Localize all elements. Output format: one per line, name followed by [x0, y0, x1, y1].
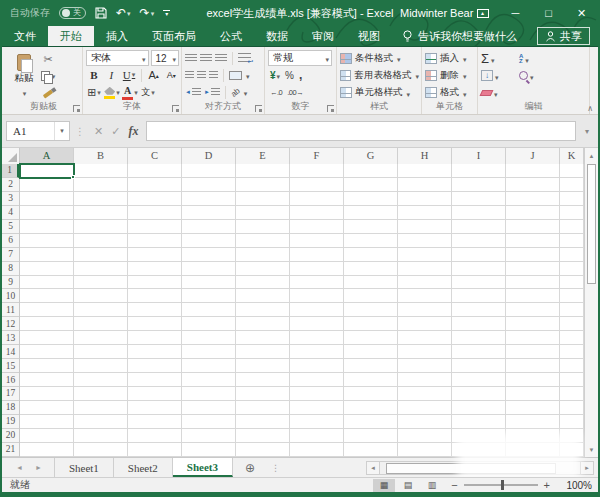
- cell-J4[interactable]: [506, 206, 560, 220]
- accounting-format-button[interactable]: ¥: [270, 69, 280, 81]
- delete-cells-button[interactable]: 删除: [425, 67, 475, 83]
- cell-C11[interactable]: [128, 303, 182, 317]
- cell-E16[interactable]: [236, 373, 290, 387]
- cell-I3[interactable]: [452, 192, 506, 206]
- cell-A5[interactable]: [20, 220, 74, 234]
- cell-G13[interactable]: [344, 331, 398, 345]
- cell-A6[interactable]: [20, 234, 74, 248]
- horizontal-scroll-track[interactable]: [380, 461, 580, 475]
- cell-C16[interactable]: [128, 373, 182, 387]
- cell-G9[interactable]: [344, 276, 398, 290]
- cell-F4[interactable]: [290, 206, 344, 220]
- paste-dropdown-icon[interactable]: [22, 86, 27, 98]
- cell-D17[interactable]: [182, 387, 236, 401]
- font-name-dropdown-icon[interactable]: [141, 53, 146, 64]
- decrease-decimal-button[interactable]: .00→: [287, 88, 303, 97]
- row-header-16[interactable]: 16: [2, 373, 19, 387]
- cell-C18[interactable]: [128, 401, 182, 415]
- cell-G17[interactable]: [344, 387, 398, 401]
- close-button[interactable]: ✕: [565, 0, 598, 26]
- tab-home[interactable]: 开始: [48, 26, 94, 46]
- cell-F20[interactable]: [290, 429, 344, 443]
- cell-F17[interactable]: [290, 387, 344, 401]
- cell-E8[interactable]: [236, 262, 290, 276]
- zoom-slider-thumb[interactable]: [501, 480, 504, 490]
- cell-E19[interactable]: [236, 415, 290, 429]
- cell-J2[interactable]: [506, 178, 560, 192]
- horizontal-scrollbar[interactable]: ◄ ►: [366, 461, 594, 475]
- cell-F21[interactable]: [290, 443, 344, 457]
- cell-E4[interactable]: [236, 206, 290, 220]
- cell-A13[interactable]: [20, 331, 74, 345]
- cell-styles-button[interactable]: 单元格样式: [340, 85, 419, 101]
- cell-F14[interactable]: [290, 345, 344, 359]
- row-header-9[interactable]: 9: [2, 276, 19, 290]
- enter-icon[interactable]: ✓: [111, 125, 120, 138]
- row-header-20[interactable]: 20: [2, 429, 19, 443]
- fill-button[interactable]: ↓: [481, 70, 519, 82]
- cell-E15[interactable]: [236, 359, 290, 373]
- tab-page-layout[interactable]: 页面布局: [140, 26, 208, 46]
- row-header-8[interactable]: 8: [2, 262, 19, 276]
- cell-H4[interactable]: [398, 206, 452, 220]
- cell-E1[interactable]: [236, 164, 290, 178]
- cell-E14[interactable]: [236, 345, 290, 359]
- cell-I10[interactable]: [452, 289, 506, 303]
- cell-K3[interactable]: [560, 192, 584, 206]
- cell-K17[interactable]: [560, 387, 584, 401]
- font-dialog-launcher-icon[interactable]: [172, 105, 179, 112]
- cell-K8[interactable]: [560, 262, 584, 276]
- cell-F6[interactable]: [290, 234, 344, 248]
- cell-I12[interactable]: [452, 317, 506, 331]
- cell-F19[interactable]: [290, 415, 344, 429]
- cell-D12[interactable]: [182, 317, 236, 331]
- name-box-dropdown-icon[interactable]: ▾: [54, 122, 69, 140]
- cell-J16[interactable]: [506, 373, 560, 387]
- cell-C6[interactable]: [128, 234, 182, 248]
- normal-view-button[interactable]: ▦: [373, 479, 395, 492]
- cell-G20[interactable]: [344, 429, 398, 443]
- vertical-scrollbar[interactable]: ▲ ▼: [584, 148, 598, 457]
- cell-I8[interactable]: [452, 262, 506, 276]
- cell-E12[interactable]: [236, 317, 290, 331]
- column-header-F[interactable]: F: [290, 148, 344, 165]
- cell-I7[interactable]: [452, 248, 506, 262]
- cell-K6[interactable]: [560, 234, 584, 248]
- cell-D19[interactable]: [182, 415, 236, 429]
- cell-K12[interactable]: [560, 317, 584, 331]
- cell-J12[interactable]: [506, 317, 560, 331]
- column-header-B[interactable]: B: [74, 148, 128, 165]
- formula-input[interactable]: [146, 121, 576, 141]
- format-cells-dropdown-icon[interactable]: [462, 87, 467, 99]
- scroll-left-icon[interactable]: ◄: [366, 461, 380, 475]
- align-top-button[interactable]: [185, 54, 197, 63]
- sheet-tab-sheet2[interactable]: Sheet2: [114, 458, 173, 477]
- copy-button[interactable]: [40, 69, 56, 84]
- cell-C10[interactable]: [128, 289, 182, 303]
- row-header-1[interactable]: 1: [2, 164, 19, 178]
- cell-K16[interactable]: [560, 373, 584, 387]
- cell-J13[interactable]: [506, 331, 560, 345]
- cell-A1[interactable]: [20, 164, 74, 178]
- column-header-I[interactable]: I: [452, 148, 506, 165]
- row-header-17[interactable]: 17: [2, 387, 19, 401]
- cell-A12[interactable]: [20, 317, 74, 331]
- cell-H9[interactable]: [398, 276, 452, 290]
- cell-A8[interactable]: [20, 262, 74, 276]
- cell-C13[interactable]: [128, 331, 182, 345]
- cell-J9[interactable]: [506, 276, 560, 290]
- cell-F8[interactable]: [290, 262, 344, 276]
- tell-me-box[interactable]: 告诉我你想要做什么: [402, 26, 517, 46]
- cell-I14[interactable]: [452, 345, 506, 359]
- cell-D16[interactable]: [182, 373, 236, 387]
- column-header-J[interactable]: J: [506, 148, 560, 165]
- bold-button[interactable]: B: [86, 68, 102, 83]
- tab-formulas[interactable]: 公式: [208, 26, 254, 46]
- cell-G12[interactable]: [344, 317, 398, 331]
- select-all-corner[interactable]: [2, 148, 20, 164]
- cell-I4[interactable]: [452, 206, 506, 220]
- cell-A21[interactable]: [20, 443, 74, 457]
- cell-J20[interactable]: [506, 429, 560, 443]
- cell-H7[interactable]: [398, 248, 452, 262]
- format-as-table-button[interactable]: 套用表格格式: [340, 67, 419, 83]
